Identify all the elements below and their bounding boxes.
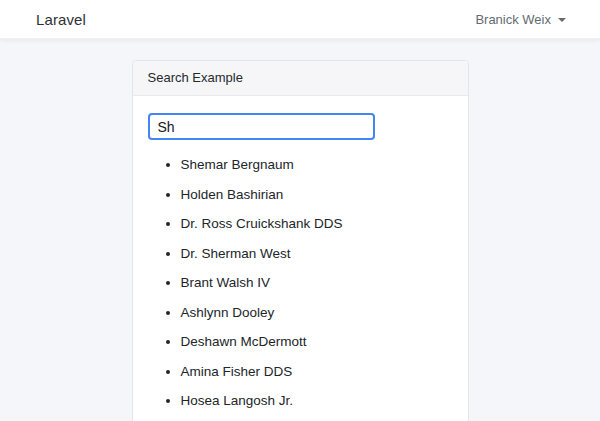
results-list: Shemar BergnaumHolden BashirianDr. Ross … <box>148 157 453 409</box>
result-item: Dr. Ross Cruickshank DDS <box>181 216 453 232</box>
result-item: Deshawn McDermott <box>181 334 453 350</box>
result-item: Brant Walsh IV <box>181 275 453 291</box>
card-body: Shemar BergnaumHolden BashirianDr. Ross … <box>133 96 468 421</box>
result-item: Holden Bashirian <box>181 187 453 203</box>
user-menu-dropdown[interactable]: Branick Weix <box>475 12 566 27</box>
search-card: Search Example Shemar BergnaumHolden Bas… <box>132 60 469 421</box>
result-item: Hosea Langosh Jr. <box>181 393 453 409</box>
result-item: Ashlynn Dooley <box>181 305 453 321</box>
result-item: Amina Fisher DDS <box>181 364 453 380</box>
navbar-brand[interactable]: Laravel <box>36 11 86 28</box>
navbar: Laravel Branick Weix <box>0 0 600 39</box>
page-content: Search Example Shemar BergnaumHolden Bas… <box>0 39 600 421</box>
user-menu-label: Branick Weix <box>475 12 551 27</box>
result-item: Shemar Bergnaum <box>181 157 453 173</box>
card-header-title: Search Example <box>133 61 468 96</box>
caret-down-icon <box>558 18 566 22</box>
search-input[interactable] <box>148 113 375 140</box>
result-item: Dr. Sherman West <box>181 246 453 262</box>
